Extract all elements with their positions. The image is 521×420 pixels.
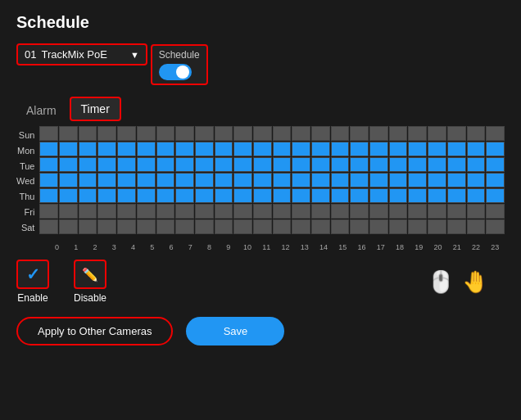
grid-cell-tue-21[interactable] — [447, 157, 466, 172]
grid-cell-fri-16[interactable] — [350, 204, 369, 219]
grid-cell-tue-18[interactable] — [389, 157, 408, 172]
schedule-toggle[interactable] — [159, 64, 192, 80]
grid-cell-wed-1[interactable] — [59, 173, 78, 187]
grid-cell-thu-10[interactable] — [233, 188, 252, 203]
grid-cell-sat-2[interactable] — [79, 219, 97, 234]
grid-cell-thu-1[interactable] — [59, 188, 78, 203]
grid-cell-fri-15[interactable] — [331, 204, 350, 219]
grid-cell-tue-3[interactable] — [97, 157, 116, 172]
grid-cell-sat-19[interactable] — [408, 219, 427, 234]
grid-cell-thu-17[interactable] — [369, 188, 388, 203]
grid-cell-sun-9[interactable] — [215, 126, 233, 141]
grid-cell-tue-2[interactable] — [79, 157, 97, 172]
grid-cell-fri-8[interactable] — [195, 204, 214, 219]
grid-cell-mon-2[interactable] — [79, 142, 97, 156]
grid-cell-tue-14[interactable] — [311, 157, 330, 172]
enable-button[interactable]: ✓ — [16, 260, 49, 289]
grid-cell-wed-13[interactable] — [292, 173, 310, 187]
camera-select-wrapper[interactable]: 01 TrackMix PoE Camera 2 Camera 3 ▼ — [16, 43, 147, 65]
grid-cell-sat-18[interactable] — [389, 219, 408, 234]
grid-cell-sun-18[interactable] — [389, 126, 408, 141]
drag-icon[interactable]: 🤚 — [462, 269, 488, 295]
grid-cell-wed-18[interactable] — [389, 173, 408, 187]
grid-cell-mon-11[interactable] — [253, 142, 272, 156]
grid-cell-tue-5[interactable] — [137, 157, 156, 172]
grid-cell-sun-11[interactable] — [253, 126, 272, 141]
grid-cell-sat-0[interactable] — [39, 219, 58, 234]
grid-cell-thu-23[interactable] — [486, 188, 505, 203]
grid-cell-sat-23[interactable] — [486, 219, 505, 234]
grid-cell-wed-5[interactable] — [137, 173, 156, 187]
apply-to-cameras-button[interactable]: Apply to Other Cameras — [16, 317, 173, 345]
grid-cell-fri-1[interactable] — [59, 204, 78, 219]
grid-cell-mon-15[interactable] — [331, 142, 350, 156]
grid-cell-sun-6[interactable] — [156, 126, 175, 141]
grid-cell-tue-15[interactable] — [331, 157, 350, 172]
grid-cell-fri-6[interactable] — [156, 204, 175, 219]
grid-cell-wed-11[interactable] — [253, 173, 272, 187]
grid-cell-sun-12[interactable] — [273, 126, 292, 141]
grid-cell-fri-17[interactable] — [369, 204, 388, 219]
grid-cell-sun-15[interactable] — [331, 126, 350, 141]
grid-cell-thu-4[interactable] — [117, 188, 136, 203]
grid-cell-wed-19[interactable] — [408, 173, 427, 187]
grid-cell-sun-14[interactable] — [311, 126, 330, 141]
grid-cell-sun-5[interactable] — [137, 126, 156, 141]
grid-cell-tue-9[interactable] — [215, 157, 233, 172]
grid-cell-tue-17[interactable] — [369, 157, 388, 172]
grid-cell-fri-20[interactable] — [428, 204, 446, 219]
grid-cell-tue-10[interactable] — [233, 157, 252, 172]
grid-cell-thu-11[interactable] — [253, 188, 272, 203]
grid-cell-sun-17[interactable] — [369, 126, 388, 141]
grid-cell-mon-18[interactable] — [389, 142, 408, 156]
grid-cell-thu-22[interactable] — [467, 188, 486, 203]
grid-cell-mon-3[interactable] — [97, 142, 116, 156]
grid-cell-wed-12[interactable] — [273, 173, 292, 187]
grid-cell-fri-19[interactable] — [408, 204, 427, 219]
grid-cell-wed-3[interactable] — [97, 173, 116, 187]
grid-cell-thu-9[interactable] — [215, 188, 233, 203]
pointer-icon[interactable]: 🖱️ — [428, 269, 454, 295]
grid-cell-tue-7[interactable] — [175, 157, 194, 172]
grid-cell-thu-18[interactable] — [389, 188, 408, 203]
grid-cell-sun-10[interactable] — [233, 126, 252, 141]
grid-cell-sat-1[interactable] — [59, 219, 78, 234]
grid-cell-sat-8[interactable] — [195, 219, 214, 234]
grid-cell-mon-7[interactable] — [175, 142, 194, 156]
grid-cell-thu-20[interactable] — [428, 188, 446, 203]
disable-button[interactable]: ✏️ — [74, 260, 106, 289]
grid-cell-fri-11[interactable] — [253, 204, 272, 219]
grid-cell-tue-16[interactable] — [350, 157, 369, 172]
grid-cell-fri-13[interactable] — [292, 204, 310, 219]
grid-cell-fri-3[interactable] — [97, 204, 116, 219]
grid-cell-sat-7[interactable] — [175, 219, 194, 234]
grid-cell-sun-20[interactable] — [428, 126, 446, 141]
grid-cell-wed-4[interactable] — [117, 173, 136, 187]
grid-cell-sat-5[interactable] — [137, 219, 156, 234]
grid-cell-sat-22[interactable] — [467, 219, 486, 234]
grid-cell-thu-13[interactable] — [292, 188, 310, 203]
grid-cell-sun-21[interactable] — [447, 126, 466, 141]
grid-cell-sat-10[interactable] — [233, 219, 252, 234]
grid-cell-tue-20[interactable] — [428, 157, 446, 172]
grid-cell-wed-20[interactable] — [428, 173, 446, 187]
grid-cell-tue-11[interactable] — [253, 157, 272, 172]
grid-cell-mon-1[interactable] — [59, 142, 78, 156]
grid-cell-sat-14[interactable] — [311, 219, 330, 234]
grid-cell-sat-3[interactable] — [97, 219, 116, 234]
grid-cell-wed-17[interactable] — [369, 173, 388, 187]
grid-cell-fri-12[interactable] — [273, 204, 292, 219]
grid-cell-wed-0[interactable] — [39, 173, 58, 187]
grid-cell-fri-0[interactable] — [39, 204, 58, 219]
grid-cell-sat-11[interactable] — [253, 219, 272, 234]
grid-cell-sat-16[interactable] — [350, 219, 369, 234]
grid-cell-sun-3[interactable] — [97, 126, 116, 141]
grid-cell-tue-1[interactable] — [59, 157, 78, 172]
grid-cell-sat-4[interactable] — [117, 219, 136, 234]
grid-cell-mon-19[interactable] — [408, 142, 427, 156]
grid-cell-mon-9[interactable] — [215, 142, 233, 156]
grid-cell-fri-9[interactable] — [215, 204, 233, 219]
grid-cell-tue-13[interactable] — [292, 157, 310, 172]
grid-cell-tue-6[interactable] — [156, 157, 175, 172]
grid-cell-mon-5[interactable] — [137, 142, 156, 156]
